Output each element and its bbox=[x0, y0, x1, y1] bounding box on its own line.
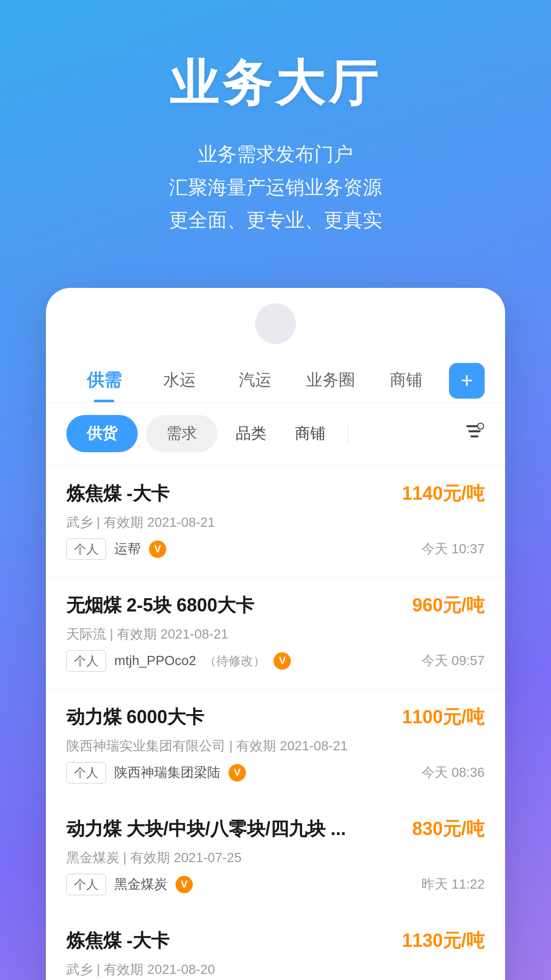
item-title: 炼焦煤 -大卡 bbox=[66, 928, 169, 953]
list-item[interactable]: 动力煤 6000大卡 1100元/吨 陕西神瑞实业集团有限公司 | 有效期 20… bbox=[46, 689, 505, 800]
hero-title: 业务大厅 bbox=[31, 51, 520, 117]
svg-rect-1 bbox=[468, 430, 481, 432]
item-meta: 武乡 | 有效期 2021-08-21 bbox=[66, 513, 485, 531]
item-title: 炼焦煤 -大卡 bbox=[66, 481, 169, 506]
item-tag: 个人 bbox=[66, 762, 106, 783]
tab-supply-demand[interactable]: 供需 bbox=[66, 359, 142, 402]
verified-badge: V bbox=[176, 876, 193, 893]
subtitle-line3: 更全面、更专业、更真实 bbox=[169, 209, 382, 231]
tab-road-transport[interactable]: 汽运 bbox=[217, 360, 293, 402]
list-item[interactable]: 无烟煤 2-5块 6800大卡 960元/吨 天际流 | 有效期 2021-08… bbox=[46, 577, 505, 689]
filter-shop[interactable]: 商铺 bbox=[285, 415, 336, 452]
filter-supply[interactable]: 供货 bbox=[66, 415, 138, 452]
tab-bar: 供需 水运 汽运 业务圈 商铺 + bbox=[46, 354, 505, 403]
item-tag: 个人 bbox=[66, 650, 106, 672]
svg-text:!: ! bbox=[479, 424, 481, 429]
item-price: 960元/吨 bbox=[412, 593, 485, 618]
item-meta: 黑金煤炭 | 有效期 2021-07-25 bbox=[66, 849, 485, 867]
filter-bar: 供货 需求 品类 商铺 ! bbox=[46, 403, 505, 465]
item-price: 1140元/吨 bbox=[402, 481, 485, 506]
tab-water-transport[interactable]: 水运 bbox=[142, 360, 217, 402]
verified-badge: V bbox=[149, 541, 166, 558]
item-time: 今天 10:37 bbox=[421, 540, 485, 558]
item-meta: 天际流 | 有效期 2021-08-21 bbox=[66, 625, 485, 643]
svg-point-3 bbox=[478, 423, 484, 429]
item-user: 陕西神瑞集团梁陆 bbox=[114, 764, 220, 781]
list-item[interactable]: 炼焦煤 -大卡 1130元/吨 武乡 | 有效期 2021-08-20 个人 运… bbox=[46, 912, 505, 980]
item-price: 830元/吨 bbox=[412, 817, 485, 842]
item-tag: 个人 bbox=[66, 874, 106, 895]
item-meta: 陕西神瑞实业集团有限公司 | 有效期 2021-08-21 bbox=[66, 737, 485, 755]
item-user: 运帮 bbox=[114, 540, 141, 558]
item-meta: 武乡 | 有效期 2021-08-20 bbox=[66, 961, 485, 978]
verified-badge: V bbox=[273, 652, 291, 670]
filter-divider bbox=[348, 423, 348, 444]
list-item[interactable]: 炼焦煤 -大卡 1140元/吨 武乡 | 有效期 2021-08-21 个人 运… bbox=[46, 465, 505, 577]
filter-category[interactable]: 品类 bbox=[226, 415, 277, 452]
hero-subtitle: 业务需求发布门户 汇聚海量产运销业务资源 更全面、更专业、更真实 bbox=[31, 138, 520, 237]
card-notch bbox=[255, 303, 296, 344]
tab-business-circle[interactable]: 业务圈 bbox=[293, 360, 368, 402]
filter-demand[interactable]: 需求 bbox=[146, 415, 217, 452]
item-title: 动力煤 大块/中块/八零块/四九块 ... bbox=[66, 817, 346, 842]
add-button[interactable]: + bbox=[449, 363, 485, 399]
item-title: 动力煤 6000大卡 bbox=[66, 705, 204, 730]
subtitle-line1: 业务需求发布门户 bbox=[198, 143, 353, 165]
hero-section: 业务大厅 业务需求发布门户 汇聚海量产运销业务资源 更全面、更专业、更真实 bbox=[0, 0, 551, 267]
item-time: 昨天 11:22 bbox=[421, 875, 485, 893]
list-item[interactable]: 动力煤 大块/中块/八零块/四九块 ... 830元/吨 黑金煤炭 | 有效期 … bbox=[46, 800, 505, 912]
item-tag: 个人 bbox=[66, 538, 106, 560]
item-user: 黑金煤炭 bbox=[114, 875, 167, 893]
svg-rect-2 bbox=[470, 435, 479, 437]
subtitle-line2: 汇聚海量产运销业务资源 bbox=[169, 177, 382, 198]
verified-badge: V bbox=[229, 764, 246, 781]
item-pending: （待修改） bbox=[204, 653, 265, 669]
tab-store[interactable]: 商铺 bbox=[368, 360, 444, 402]
item-time: 今天 08:36 bbox=[421, 764, 485, 781]
list-container: 炼焦煤 -大卡 1140元/吨 武乡 | 有效期 2021-08-21 个人 运… bbox=[46, 465, 505, 980]
item-price: 1100元/吨 bbox=[402, 705, 485, 730]
item-price: 1130元/吨 bbox=[402, 928, 485, 953]
item-user: mtjh_PPOco2 bbox=[114, 653, 196, 669]
filter-sort-icon[interactable]: ! bbox=[464, 421, 485, 446]
item-time: 今天 09:57 bbox=[421, 652, 485, 670]
app-card: 供需 水运 汽运 业务圈 商铺 + 供货 需求 品类 商铺 ! bbox=[46, 288, 505, 980]
item-title: 无烟煤 2-5块 6800大卡 bbox=[66, 593, 254, 618]
